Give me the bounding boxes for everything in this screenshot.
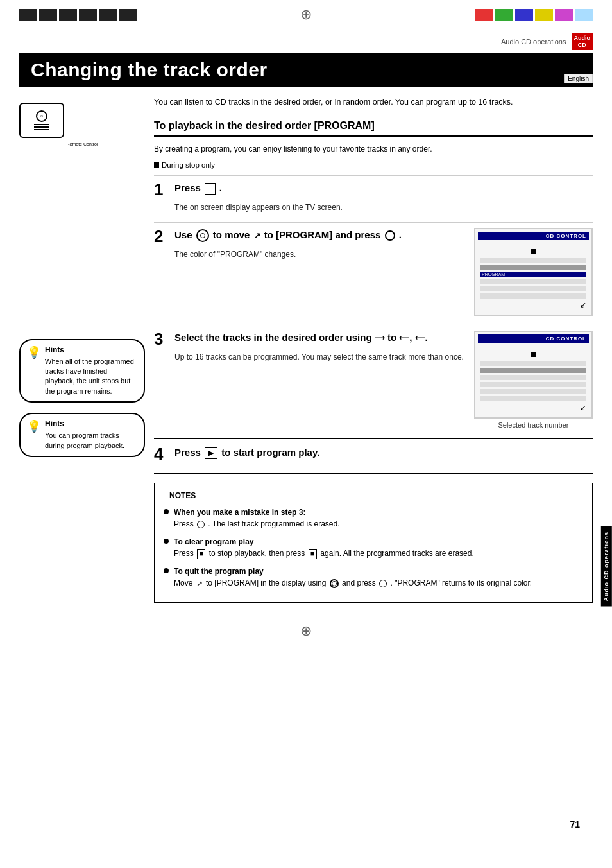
left-column: ○ Remote Control 💡 Hints When all of the… xyxy=(19,96,154,603)
cd-screen-lines-2: PROGRAM xyxy=(480,258,586,299)
step-3: 3 Select the tracks in the desired order… xyxy=(154,325,593,429)
note-content-1: When you make a mistake in step 3: Press… xyxy=(174,507,583,530)
rc-line-3 xyxy=(34,129,49,130)
section-subtext: By creating a program, you can enjoy lis… xyxy=(154,143,593,155)
cd-screen-3-wrapper: CD CONTROL ↙ xyxy=(474,331,593,429)
jog-dial-icon xyxy=(196,229,209,242)
hints-content-2: Hints You can program tracks during prog… xyxy=(45,419,137,451)
cd-line-2-1 xyxy=(480,258,586,263)
hints-1-wrapper: 💡 Hints When all of the programmed track… xyxy=(19,339,145,403)
cd-line-2-6 xyxy=(480,293,586,299)
notes-box: NOTES When you make a mistake in step 3:… xyxy=(154,483,593,603)
rc-lines xyxy=(34,124,49,130)
top-bar-left-blocks xyxy=(19,9,137,21)
step-3-left: 3 Select the tracks in the desired order… xyxy=(154,331,466,429)
step-1-subtext: The on screen display appears on the TV … xyxy=(154,202,593,213)
hints-label-2: Hints xyxy=(45,419,137,428)
audio-cd-badge-line2: CD xyxy=(578,42,586,48)
cd-line-3-4 xyxy=(480,382,586,387)
step-3-text: Select the tracks in the desired order u… xyxy=(174,331,428,344)
color-block-pink xyxy=(555,9,573,21)
step-1-number: 1 xyxy=(154,181,169,198)
bar-block-5 xyxy=(99,9,117,21)
step-2-header: 2 Use to move ↗ to [PROGRAM] and press . xyxy=(154,228,466,245)
cd-line-2-3: PROGRAM xyxy=(480,272,586,277)
color-block-yellow xyxy=(535,9,553,21)
remote-control-icon: ○ xyxy=(19,103,64,138)
cd-screen-2: CD CONTROL PROGRAM ↙ xyxy=(474,228,593,316)
step-4-text: Press ▶ to start program play. xyxy=(174,446,319,459)
audio-cd-badge: Audio CD xyxy=(572,33,593,50)
during-stop-label: During stop only xyxy=(154,161,593,169)
bar-block-1 xyxy=(19,9,37,21)
cd-screen-dot-2 xyxy=(531,249,536,254)
stop-button-icon-2: ■ xyxy=(309,549,317,559)
cd-screen-header-3: CD CONTROL xyxy=(478,334,589,343)
cd-line-3-1 xyxy=(480,361,586,366)
note-bullet-3 xyxy=(164,568,169,573)
audio-cd-ops-label: Audio CD operations xyxy=(501,38,566,46)
enter-button-icon xyxy=(385,230,395,241)
hints-icon-1: 💡 xyxy=(27,345,41,360)
step-4-header: 4 Press ▶ to start program play. xyxy=(154,446,593,462)
cd-screen-dot-3 xyxy=(531,352,536,357)
rc-line-1 xyxy=(34,124,49,125)
step-3-number: 3 xyxy=(154,331,169,347)
arrow-right-icon: ⟶ xyxy=(375,333,385,343)
side-tab: Audio CD operations xyxy=(601,526,612,607)
note-bold-3: To quit the program play xyxy=(174,567,264,576)
color-block-blue xyxy=(515,9,533,21)
hints-text-1: When all of the programmed tracks have f… xyxy=(45,357,137,397)
cd-screen-header-2: CD CONTROL xyxy=(478,232,589,240)
hints-text-2: You can program tracks during program pl… xyxy=(45,431,137,451)
bar-block-6 xyxy=(119,9,137,21)
enter-button-icon-3 xyxy=(379,580,387,587)
remote-control-label: Remote Control xyxy=(19,142,145,146)
selected-track-label: Selected track number xyxy=(474,421,593,429)
hints-box-2: 💡 Hints You can program tracks during pr… xyxy=(19,413,145,457)
bar-block-2 xyxy=(39,9,57,21)
step-1: 1 Press □ . The on screen display appear… xyxy=(154,175,593,213)
cd-screen-lines-3 xyxy=(480,361,586,401)
step-1-header: 1 Press □ . xyxy=(154,181,593,198)
note-bold-2: To clear program play xyxy=(174,537,253,546)
step-2-with-image: 2 Use to move ↗ to [PROGRAM] and press .… xyxy=(154,228,593,316)
cd-arrow-2: ↙ xyxy=(480,300,586,309)
note-item-1: When you make a mistake in step 3: Press… xyxy=(164,507,583,530)
top-decorative-bar: ⊕ xyxy=(0,0,612,30)
note-bullet-2 xyxy=(164,539,169,544)
rc-line-2 xyxy=(34,126,49,128)
cd-screen-3: CD CONTROL ↙ xyxy=(474,331,593,419)
page-number: 71 xyxy=(570,819,580,829)
cd-screen-body-3: ↙ xyxy=(478,345,589,415)
step-2: 2 Use to move ↗ to [PROGRAM] and press .… xyxy=(154,222,593,316)
hints-label-1: Hints xyxy=(45,345,137,354)
cd-line-3-6 xyxy=(480,396,586,401)
step-3-header: 3 Select the tracks in the desired order… xyxy=(154,331,466,347)
cd-line-2-5 xyxy=(480,286,586,291)
arrow-right2-icon: ⟵ xyxy=(415,333,425,343)
note-bold-1: When you make a mistake in step 3: xyxy=(174,508,305,517)
step-2-number: 2 xyxy=(154,228,169,245)
step-2-left: 2 Use to move ↗ to [PROGRAM] and press .… xyxy=(154,228,466,260)
stop-button-icon: ■ xyxy=(197,549,205,559)
color-block-red xyxy=(475,9,493,21)
cursor-icon-3: ↗ xyxy=(196,578,203,589)
remote-control-wrapper: ○ Remote Control xyxy=(19,103,145,146)
page-title-bar: Changing the track order xyxy=(19,53,593,87)
note-content-2: To clear program play Press ■ to stop pl… xyxy=(174,536,583,559)
bar-block-4 xyxy=(79,9,97,21)
language-label: English xyxy=(564,74,593,83)
hints-content-1: Hints When all of the programmed tracks … xyxy=(45,345,137,397)
step-4-number: 4 xyxy=(154,446,169,462)
cd-line-3-5 xyxy=(480,389,586,394)
cd-line-3-3 xyxy=(480,375,586,380)
step-2-text: Use to move ↗ to [PROGRAM] and press . xyxy=(174,228,402,242)
hints-box-1: 💡 Hints When all of the programmed track… xyxy=(19,339,145,403)
hints-icon-2: 💡 xyxy=(27,419,41,433)
note-item-3: To quit the program play Move ↗ to [PROG… xyxy=(164,566,583,589)
color-block-lightblue xyxy=(575,9,593,21)
step-1-text: Press □ . xyxy=(174,181,222,195)
arrow-left-icon: ⟵ xyxy=(399,333,409,343)
section-heading: To playback in the desired order [PROGRA… xyxy=(154,119,593,137)
